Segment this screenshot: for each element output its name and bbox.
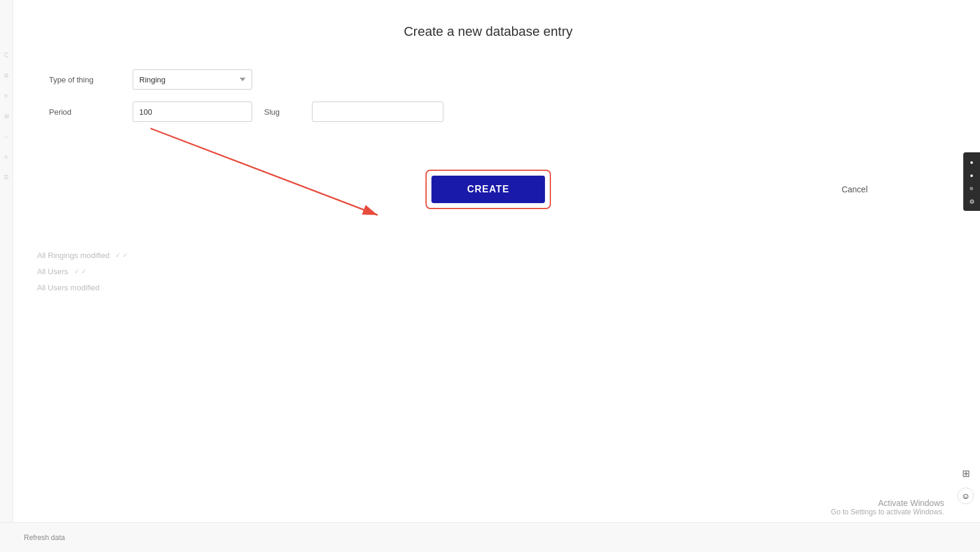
list-item-2: All Users ✓ ✓ [37, 267, 128, 276]
page-title: Create a new database entry [49, 24, 927, 39]
create-button[interactable]: CREATE [431, 176, 546, 203]
windows-notice-title: Activate Windows [831, 498, 944, 508]
right-sidebar-icon-4[interactable]: ⚙ [966, 195, 978, 207]
windows-notice: Activate Windows Go to Settings to activ… [831, 498, 944, 516]
bottom-right-icons: ⊞ ☺ [957, 465, 974, 504]
sidebar-icon-2[interactable]: ⚙ [2, 71, 11, 79]
cancel-button[interactable]: Cancel [841, 185, 868, 194]
type-of-thing-row: Type of thing Ringing Other [49, 69, 927, 90]
grid-icon[interactable]: ⊞ [957, 465, 974, 482]
sidebar-icon-6[interactable]: ≡ [2, 152, 11, 161]
sidebar-icon-3[interactable]: ≡ [2, 91, 11, 100]
create-btn-wrapper: CREATE [425, 170, 552, 209]
sidebar-icon-7[interactable]: ☰ [2, 173, 11, 181]
windows-notice-subtitle: Go to Settings to activate Windows. [831, 508, 944, 516]
list-item-1-label: All Ringings modified [37, 251, 109, 260]
period-input[interactable] [133, 102, 252, 122]
main-content: Create a new database entry Type of thin… [13, 0, 963, 436]
sidebar-icon-5[interactable]: ○ [2, 132, 11, 140]
list-item-1-checks: ✓ ✓ [115, 252, 128, 259]
face-icon[interactable]: ☺ [957, 487, 974, 504]
sidebar-icon-4[interactable]: ⊞ [2, 112, 11, 120]
period-slug-row: Period Slug [49, 102, 927, 122]
list-item-2-checks: ✓ ✓ [74, 268, 87, 275]
lists-section: All Ringings modified ✓ ✓ All Users ✓ ✓ … [37, 251, 128, 292]
sidebar-icon-1[interactable]: C [2, 51, 11, 59]
refresh-link[interactable]: Refresh data [24, 533, 65, 542]
bottom-bar: Refresh data [0, 522, 980, 552]
type-of-thing-label: Type of thing [49, 75, 121, 84]
slug-label: Slug [264, 108, 300, 116]
list-item-3-label: All Users modified [37, 283, 100, 292]
left-sidebar: C ⚙ ≡ ⊞ ○ ≡ ☰ [0, 0, 13, 552]
type-of-thing-select[interactable]: Ringing Other [133, 69, 252, 90]
action-area: CREATE Cancel [49, 170, 927, 209]
list-item-2-label: All Users [37, 267, 68, 276]
slug-input[interactable] [312, 102, 443, 122]
right-sidebar-icon-1[interactable]: ● [966, 156, 978, 168]
list-item-1: All Ringings modified ✓ ✓ [37, 251, 128, 260]
list-item-3: All Users modified [37, 283, 128, 292]
right-sidebar-icon-2[interactable]: ● [966, 169, 978, 181]
right-sidebar-icon-3[interactable]: ≡ [966, 182, 978, 194]
right-sidebar-panel: ● ● ≡ ⚙ [963, 152, 980, 211]
period-label: Period [49, 108, 121, 116]
